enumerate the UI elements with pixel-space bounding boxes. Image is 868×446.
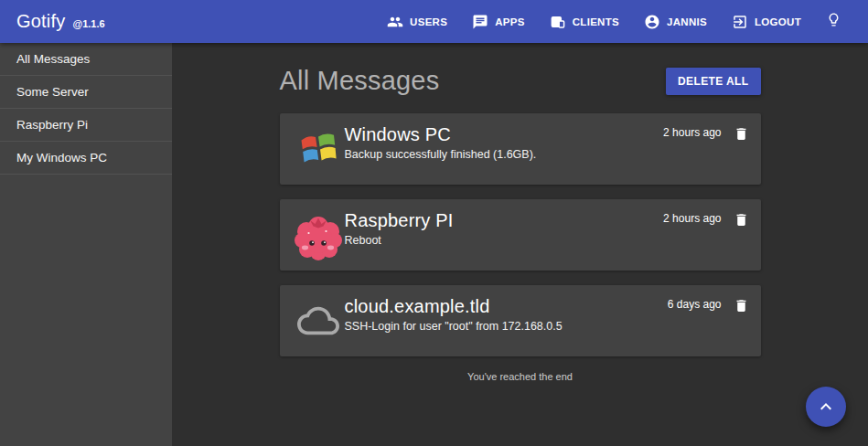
nav-logout-label: LOGOUT xyxy=(755,16,801,27)
nav-users[interactable]: USERS xyxy=(387,14,447,30)
delete-message-button[interactable] xyxy=(734,297,749,314)
message-card-windows-pc: Windows PC Backup successfully finished … xyxy=(280,113,761,185)
main-content: All Messages DELETE ALL Windows PC Backu… xyxy=(172,43,868,446)
sidebar-item-label: My Windows PC xyxy=(16,151,107,165)
nav-clients-label: CLIENTS xyxy=(573,16,619,27)
sidebar-item-label: Some Server xyxy=(16,85,89,99)
message-text: Backup successfully finished (1.6GB). xyxy=(345,147,664,162)
page-title: All Messages xyxy=(280,66,440,96)
message-title: Windows PC xyxy=(345,123,664,145)
message-card-raspberry-pi: Raspberry PI Reboot 2 hours ago xyxy=(280,199,761,271)
message-timestamp: 2 hours ago xyxy=(663,211,721,227)
content-column: All Messages DELETE ALL Windows PC Backu… xyxy=(280,66,761,382)
raspberry-logo-icon xyxy=(293,199,345,271)
brand: Gotify @1.1.6 xyxy=(16,11,105,32)
users-icon xyxy=(387,14,403,30)
scroll-to-top-button[interactable] xyxy=(806,387,846,427)
message-card-cloud: cloud.example.tld SSH-Login for user "ro… xyxy=(280,285,761,356)
message-timestamp: 6 days ago xyxy=(668,297,722,313)
windows-logo-icon xyxy=(293,113,345,185)
devices-icon xyxy=(550,14,566,30)
sidebar-item-some-server[interactable]: Some Server xyxy=(0,76,172,109)
nav-user-account[interactable]: JANNIS xyxy=(644,14,707,30)
message-body: Raspberry PI Reboot xyxy=(345,209,664,271)
cloud-logo-icon xyxy=(293,285,345,356)
theme-toggle-button[interactable] xyxy=(826,12,841,31)
app-bar: Gotify @1.1.6 USERS APPS xyxy=(0,0,868,43)
account-circle-icon xyxy=(644,14,660,30)
message-title: Raspberry PI xyxy=(345,209,664,231)
message-meta: 2 hours ago xyxy=(663,211,748,271)
sidebar: All Messages Some Server Raspberry Pi My… xyxy=(0,43,172,446)
sidebar-item-label: Raspberry Pi xyxy=(16,118,88,132)
logout-icon xyxy=(732,14,748,30)
message-text: SSH-Login for user "root" from 172.168.0… xyxy=(345,319,668,334)
nav-user-label: JANNIS xyxy=(667,16,707,27)
message-meta: 2 hours ago xyxy=(663,125,748,185)
app-title: Gotify xyxy=(16,11,65,32)
trash-icon xyxy=(734,211,749,228)
delete-message-button[interactable] xyxy=(734,125,749,143)
message-timestamp: 2 hours ago xyxy=(663,125,721,141)
delete-all-button[interactable]: DELETE ALL xyxy=(666,68,761,95)
gotify-app-window: Gotify @1.1.6 USERS APPS xyxy=(0,0,868,446)
message-text: Reboot xyxy=(345,233,664,248)
message-title: cloud.example.tld xyxy=(345,295,668,317)
chevron-up-icon xyxy=(815,396,837,418)
nav-apps[interactable]: APPS xyxy=(472,14,525,30)
appbar-nav: USERS APPS CLIENTS xyxy=(387,12,841,31)
trash-icon xyxy=(734,297,749,314)
message-meta: 6 days ago xyxy=(668,297,749,356)
message-body: cloud.example.tld SSH-Login for user "ro… xyxy=(345,295,668,356)
chat-icon xyxy=(472,14,488,30)
delete-message-button[interactable] xyxy=(734,211,749,228)
sidebar-item-label: All Messages xyxy=(16,52,90,66)
app-version: @1.1.6 xyxy=(72,18,104,29)
message-body: Windows PC Backup successfully finished … xyxy=(345,123,664,185)
sidebar-item-all-messages[interactable]: All Messages xyxy=(0,43,172,76)
lightbulb-icon xyxy=(826,12,841,31)
end-of-list-text: You've reached the end xyxy=(280,371,761,382)
nav-apps-label: APPS xyxy=(495,16,525,27)
trash-icon xyxy=(734,125,749,143)
nav-clients[interactable]: CLIENTS xyxy=(550,14,619,30)
title-row: All Messages DELETE ALL xyxy=(280,66,761,96)
nav-logout[interactable]: LOGOUT xyxy=(732,14,801,30)
sidebar-item-raspberry-pi[interactable]: Raspberry Pi xyxy=(0,109,172,142)
sidebar-item-my-windows-pc[interactable]: My Windows PC xyxy=(0,142,172,175)
nav-users-label: USERS xyxy=(410,16,447,27)
